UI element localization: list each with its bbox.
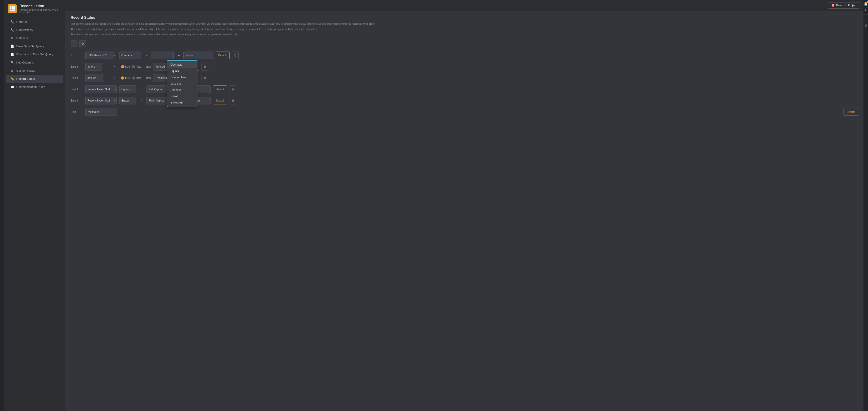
sidebar-item-custom-fields[interactable]: ⊞ Custom Fields (6, 67, 63, 75)
condition-row-1: If LHS (ProductID) Operator... Operator.… (71, 52, 858, 59)
radio-false-3[interactable]: false (132, 76, 142, 79)
sidebar-header: Reconciliation Navigate to the section t… (4, 0, 65, 16)
toolbar: + ↻ (71, 40, 858, 47)
sidebar-item-datasets[interactable]: ⊞ Datasets (6, 34, 63, 42)
lhs-select-3[interactable]: deleted (85, 74, 117, 82)
radio-false-2[interactable]: false (132, 65, 142, 68)
sidebar-item-communication-rules[interactable]: ✉️ Communication Rules (6, 83, 63, 91)
radio-true-3[interactable]: true (121, 76, 130, 79)
app-title: Reconciliation (20, 4, 61, 8)
sidebar-item-key-columns[interactable]: 🔍 Key Columns (6, 59, 63, 66)
sidebar-label-communication-rules: Communication Rules (16, 85, 45, 89)
refresh-button[interactable]: ↻ (79, 40, 86, 47)
dropdown-item-equals[interactable]: Equals (167, 68, 197, 74)
operator-dropdown-5[interactable]: Equals (119, 97, 136, 104)
default-btn-4[interactable]: Default (213, 85, 227, 93)
lhs-select-1[interactable]: LHS (ProductID) (85, 52, 117, 59)
content-area: Record Status Manage the status of the r… (65, 11, 864, 411)
return-to-project-button[interactable]: 🎯 Return to Project (828, 2, 860, 9)
custom-fields-icon: ⊞ (10, 69, 14, 72)
more-btn-5[interactable]: ⋮ (239, 97, 243, 104)
sidebar-label-record-status: Record Status (16, 77, 35, 80)
lhs-dropdown-2[interactable]: Ignore (85, 63, 102, 71)
else-input-6[interactable] (85, 108, 117, 116)
default-btn-6[interactable]: Default (843, 108, 858, 116)
sidebar: Reconciliation Navigate to the section t… (4, 0, 65, 411)
more-btn-1[interactable]: ⋮ (241, 52, 245, 59)
sidebar-label-base-query: Base Data Set Query (16, 44, 44, 48)
dropdown-item-greater-than[interactable]: Greater than (167, 74, 197, 80)
lhs-select-5[interactable]: Reconciliation Stat (85, 97, 117, 104)
radio-false-label-2: false (136, 65, 142, 68)
then-label-1: then (176, 54, 181, 57)
record-status-icon: ✏️ (10, 77, 14, 80)
app-logo (8, 4, 17, 13)
right-play-icon[interactable]: ▶ (864, 8, 868, 12)
delete-btn-4[interactable]: 🗑 (229, 85, 236, 93)
communication-rules-icon: ✉️ (10, 85, 14, 89)
right-grid-icon[interactable]: ⊞ (864, 23, 868, 27)
delete-btn-2[interactable]: 🗑 (202, 63, 208, 71)
operator-dropdown-1[interactable]: Operator... (119, 52, 141, 59)
default-btn-5[interactable]: Default (213, 97, 227, 104)
lhs-dropdown-1[interactable]: LHS (ProductID) (85, 52, 114, 59)
left-arrow[interactable]: › (0, 0, 4, 411)
dropdown-item-less-than[interactable]: Less than (167, 80, 197, 87)
sidebar-item-base-data-set-query[interactable]: 📄 Base Data Set Query (6, 42, 63, 50)
row-label-4: Else if (71, 88, 83, 91)
dropdown-item-is-not-null[interactable]: Is Not Null (167, 100, 197, 106)
sidebar-nav: 🔧 General 🔧 Connections ⊞ Datasets 📄 Bas… (4, 16, 65, 411)
lhs-select-4[interactable]: Reconciliation Stat (85, 85, 117, 93)
radio-group-2: true false (121, 65, 142, 68)
desc2: All available options below are generate… (71, 27, 858, 31)
delete-btn-1[interactable]: 🗑 (232, 52, 239, 59)
then-label-3: then (146, 76, 151, 79)
operator-select-5[interactable]: Equals (119, 97, 144, 104)
base-query-icon: 📄 (10, 44, 14, 48)
desc3: The default button on each condition det… (71, 33, 858, 37)
radio-true-label-3: true (125, 76, 130, 79)
row-label-6: Else (71, 110, 83, 113)
sidebar-item-general[interactable]: 🔧 General (6, 18, 63, 26)
default-btn-1[interactable]: Default (215, 52, 229, 59)
right-collapse-icon[interactable]: › (864, 18, 868, 22)
section-title: Record Status (71, 15, 858, 20)
more-btn-2[interactable]: ⋮ (211, 63, 215, 71)
sidebar-item-record-status[interactable]: ✏️ Record Status (6, 75, 63, 83)
dropdown-item-not-equal[interactable]: Not equal (167, 87, 197, 93)
status-input-1[interactable] (183, 52, 213, 59)
more-btn-4[interactable]: ⋮ (239, 85, 243, 93)
operator-dropdown-4[interactable]: Equals (119, 85, 136, 93)
more-btn-3[interactable]: ⋮ (211, 74, 215, 82)
sidebar-item-connections[interactable]: 🔧 Connections (6, 26, 63, 34)
radio-false-label-3: false (136, 76, 142, 79)
lhs-dropdown-4[interactable]: Reconciliation Stat (85, 85, 117, 93)
operator-dropdown-overlay: Operator... Equals Greater than Less tha… (167, 60, 197, 107)
datasets-icon: ⊞ (10, 36, 14, 40)
lhs-select-2[interactable]: Ignore (85, 63, 117, 71)
lhs-dropdown-3[interactable]: deleted (85, 74, 103, 82)
dropdown-item-is-null[interactable]: Is Null (167, 93, 197, 100)
operator-select-1[interactable]: Operator... (119, 52, 149, 59)
comparison-query-icon: 📄 (10, 53, 14, 56)
delete-btn-5[interactable]: 🗑 (229, 97, 236, 104)
sidebar-item-comparison-data-set-query[interactable]: 📄 Comparison Data Set Query (6, 50, 63, 58)
key-columns-icon: 🔍 (10, 61, 14, 64)
right-panel: 💾 ▶ › ⊞ (864, 0, 868, 411)
add-condition-button[interactable]: + (71, 40, 78, 47)
operator-select-4[interactable]: Equals (119, 85, 144, 93)
sidebar-label-general: General (16, 20, 27, 24)
row-label-2: Else if (71, 65, 83, 68)
row-label-5: Else if (71, 99, 83, 102)
topbar: 🎯 Return to Project (65, 0, 864, 11)
dropdown-item-operator[interactable]: Operator... (167, 62, 197, 68)
connections-icon: 🔧 (10, 28, 14, 32)
sidebar-title-area: Reconciliation Navigate to the section t… (20, 4, 61, 13)
right-save-icon[interactable]: 💾 (864, 2, 868, 6)
rhs-input-1[interactable] (151, 52, 174, 59)
lhs-dropdown-5[interactable]: Reconciliation Stat (85, 97, 117, 104)
radio-true-2[interactable]: true (121, 65, 130, 68)
delete-btn-3[interactable]: 🗑 (202, 74, 208, 82)
return-label: Return to Project (836, 4, 857, 7)
desc1: Manage the status of the results by prov… (71, 22, 858, 26)
